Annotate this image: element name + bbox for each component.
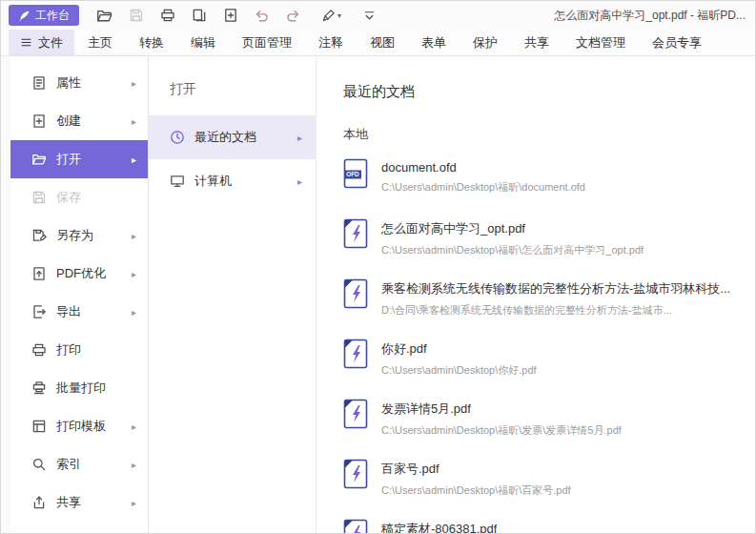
file-menu-label: PDF优化 [56, 265, 106, 282]
file-menu-item-save-as[interactable]: 另存为 ▸ [10, 216, 148, 255]
menu-tab-protect[interactable]: 保护 [460, 30, 511, 55]
titlebar: 工作台 [1, 1, 755, 30]
file-path: C:\Users\admin\Desktop\你好.pdf [381, 363, 537, 378]
redo-button[interactable] [280, 4, 306, 27]
menu-tab-home[interactable]: 主页 [74, 30, 126, 55]
file-menu-item-pdf-optimize[interactable]: PDF优化 ▸ [10, 255, 148, 293]
menu-tab-edit[interactable]: 编辑 [177, 30, 229, 55]
file-menu-item-export[interactable]: 导出 ▸ [10, 293, 148, 331]
pdf-file-icon [343, 519, 368, 533]
menu-tab-share[interactable]: 共享 [511, 30, 562, 55]
doc-plus-icon [223, 8, 238, 23]
file-name: 百家号.pdf [381, 461, 571, 478]
index-search-icon [31, 457, 47, 472]
submenu-arrow-icon: ▸ [297, 133, 302, 143]
chevron-down-icon [362, 9, 377, 23]
recent-file-row[interactable]: 怎么面对高中学习_opt.pdf C:\Users\admin\Desktop\… [343, 218, 740, 278]
file-name: 你好.pdf [381, 340, 537, 358]
open-submenu-panel: 打开 最近的文档 ▸ 计算机 ▸ [149, 56, 317, 533]
save-as-icon [31, 228, 47, 243]
pen-tool-button[interactable]: ▾ [318, 4, 344, 27]
save-icon [129, 8, 144, 23]
clock-icon [170, 130, 185, 145]
open-file-button[interactable] [92, 4, 117, 27]
undo-button[interactable] [249, 4, 275, 27]
file-menu-label: 保存 [56, 189, 81, 206]
printer-icon [160, 8, 175, 23]
file-menu-label: 索引 [56, 456, 81, 473]
menu-tab-view[interactable]: 视图 [357, 30, 408, 55]
save-icon [31, 190, 47, 205]
recent-file-row[interactable]: 乘客检测系统无线传输数据的完整性分析方法-盐城市羽林科技... D:\合同\乘客… [343, 278, 740, 339]
open-icon [31, 152, 47, 167]
file-path: D:\合同\乘客检测系统无线传输数据的完整性分析方法-盐城市... [381, 303, 730, 318]
file-menu-item-properties[interactable]: 属性 ▸ [10, 64, 148, 102]
save-button[interactable] [123, 4, 149, 27]
pdf-file-icon [343, 399, 368, 429]
file-menu-panel: 属性 ▸ 创建 ▸ 打开 ▸ 保存 [10, 56, 149, 533]
menu-tab-page-manage[interactable]: 页面管理 [229, 30, 305, 55]
menu-tab-doc-manage[interactable]: 文档管理 [562, 30, 639, 55]
ofd-badge-text: OFD [346, 171, 359, 177]
recent-files-list: OFD document.ofd C:\Users\admin\Desktop\… [343, 158, 740, 533]
file-path: C:\Users\admin\Desktop\福昕\百家号.pdf [381, 483, 571, 498]
pen-tool-caret-icon: ▾ [337, 11, 341, 20]
menu-tab-comment[interactable]: 注释 [305, 30, 357, 55]
file-menu-label: 另存为 [56, 227, 93, 244]
file-menu-item-batch-print[interactable]: 批量打印 [10, 369, 148, 407]
app-window: 工作台 [0, 0, 756, 534]
file-name: 发票详情5月.pdf [381, 400, 622, 418]
workspace-button[interactable]: 工作台 [9, 5, 79, 26]
menu-file-button[interactable]: 文件 [9, 30, 74, 55]
properties-icon [31, 75, 47, 91]
menu-tab-member[interactable]: 会员专享 [639, 30, 715, 55]
open-panel-title: 打开 [149, 73, 316, 115]
recent-file-row[interactable]: 百家号.pdf C:\Users\admin\Desktop\福昕\百家号.pd… [343, 459, 740, 519]
copy-document-button[interactable] [186, 4, 212, 27]
submenu-arrow-icon: ▸ [132, 460, 136, 470]
submenu-arrow-icon: ▸ [132, 307, 136, 318]
export-icon [31, 304, 47, 319]
quick-access-toolbar: ▾ [89, 4, 385, 27]
file-menu-item-print-template[interactable]: 打印模板 ▸ [10, 407, 148, 445]
menu-tab-convert[interactable]: 转换 [126, 30, 177, 55]
recent-file-row[interactable]: 稿定素材-806381.pdf [343, 519, 740, 533]
submenu-arrow-icon: ▸ [132, 78, 136, 89]
new-document-button[interactable] [217, 4, 243, 27]
recent-file-row[interactable]: 你好.pdf C:\Users\admin\Desktop\你好.pdf [343, 339, 740, 399]
quill-icon [18, 10, 31, 22]
recent-file-row[interactable]: 发票详情5月.pdf C:\Users\admin\Desktop\福昕\发票\… [343, 399, 740, 459]
pdf-file-icon [343, 459, 368, 489]
file-menu-item-index[interactable]: 索引 ▸ [10, 445, 148, 483]
submenu-arrow-icon: ▸ [132, 231, 136, 241]
recent-file-row[interactable]: OFD document.ofd C:\Users\admin\Desktop\… [343, 158, 740, 218]
submenu-arrow-icon: ▸ [132, 154, 136, 165]
toolbar-expand-button[interactable] [357, 4, 382, 27]
local-section-label: 本地 [343, 126, 740, 143]
file-name: 稿定素材-806381.pdf [381, 521, 497, 533]
pen-tool-icon [321, 8, 337, 23]
workspace-label: 工作台 [35, 8, 70, 24]
background-strip [1, 56, 10, 533]
submenu-arrow-icon: ▸ [132, 269, 136, 279]
open-item-recent-docs[interactable]: 最近的文档 ▸ [149, 115, 316, 159]
file-menu-item-share[interactable]: 共享 ▸ [10, 483, 148, 522]
pdf-optimize-icon [31, 266, 47, 281]
print-button[interactable] [154, 4, 180, 27]
menu-tab-form[interactable]: 表单 [408, 30, 460, 55]
file-menu-label: 打印模板 [56, 418, 106, 435]
file-path: C:\Users\admin\Desktop\福昕\发票\发票详情5月.pdf [381, 423, 622, 438]
document-title: 怎么面对高中学习_opt.pdf - 福昕PD... [554, 8, 746, 24]
file-menu-item-open[interactable]: 打开 ▸ [10, 140, 148, 178]
open-item-label: 最近的文档 [194, 129, 256, 146]
computer-icon [170, 174, 185, 189]
file-menu-label: 批量打印 [56, 380, 106, 397]
file-menu-label: 打印 [56, 341, 81, 359]
create-icon [31, 113, 47, 129]
file-menu-item-create[interactable]: 创建 ▸ [10, 102, 148, 140]
file-menu-item-print[interactable]: 打印 [10, 331, 148, 369]
hamburger-icon [20, 36, 32, 49]
file-menu-item-save[interactable]: 保存 [10, 178, 148, 216]
open-item-computer[interactable]: 计算机 ▸ [149, 159, 316, 203]
recent-documents-pane: 最近的文档 本地 OFD document.ofd C:\Users\admin… [317, 56, 755, 533]
